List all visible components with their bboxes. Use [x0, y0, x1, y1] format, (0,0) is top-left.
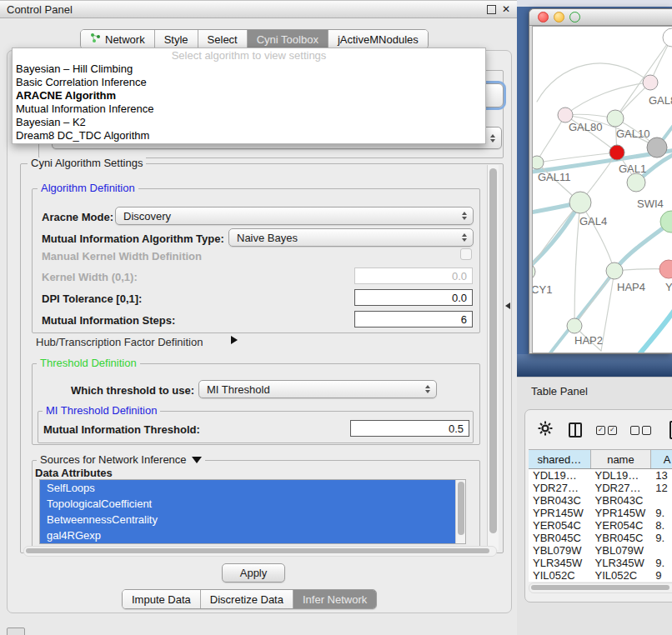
- apply-button[interactable]: Apply: [222, 563, 285, 582]
- network-node-y[interactable]: [659, 260, 672, 278]
- checked-boxes-icon[interactable]: ✓✓: [596, 426, 617, 435]
- tab-select[interactable]: Select: [198, 30, 248, 48]
- data-attributes-list[interactable]: SelfLoopsTopologicalCoefficientBetweenne…: [39, 479, 466, 544]
- table-cell: [651, 494, 672, 507]
- data-attribute-item[interactable]: SelfLoops: [40, 480, 465, 496]
- settings-vertical-scrollbar[interactable]: [487, 165, 499, 550]
- sources-title: Sources for Network Inference: [40, 454, 187, 466]
- table-row[interactable]: YBR045CYBR045C9.: [529, 532, 672, 544]
- table-row[interactable]: YIL052CYIL052C9: [529, 569, 672, 582]
- tab-network[interactable]: Network: [81, 30, 155, 48]
- tab-cyni-toolbox[interactable]: Cyni Toolbox: [248, 30, 328, 48]
- column-header[interactable]: A: [651, 450, 672, 468]
- hub-expand-icon[interactable]: [231, 336, 238, 344]
- settings-vertical-scrollbar-thumb[interactable]: [489, 168, 497, 533]
- network-nodes[interactable]: GAL8GAL80GAL10GAL1GAL11SWI4GAL4HAP4YGCY1…: [533, 28, 672, 352]
- float-panel-icon[interactable]: [487, 5, 496, 14]
- tab-style[interactable]: Style: [155, 30, 198, 48]
- window-minimize-icon[interactable]: [554, 12, 564, 22]
- collapsed-panel-icon[interactable]: [7, 628, 25, 635]
- table-row[interactable]: YDR27…YDR27…12: [529, 482, 672, 494]
- table-horizontal-scrollbar-thumb[interactable]: [531, 585, 669, 590]
- table-row[interactable]: YBL079WYBL079W: [529, 544, 672, 557]
- algorithm-dropdown-popup: Select algorithm to view settings Bayesi…: [12, 48, 486, 144]
- network-canvas[interactable]: GAL8GAL80GAL10GAL1GAL11SWI4GAL4HAP4YGCY1…: [532, 26, 672, 353]
- data-attribute-item[interactable]: TopologicalCoefficient: [40, 496, 465, 512]
- settings-horizontal-scrollbar-thumb[interactable]: [26, 548, 489, 553]
- network-node-hap2[interactable]: [567, 318, 582, 333]
- network-view-window[interactable]: GAL8GAL80GAL10GAL1GAL11SWI4GAL4HAP4YGCY1…: [529, 8, 672, 354]
- close-panel-icon[interactable]: ✕: [502, 4, 510, 14]
- table-row[interactable]: YER054CYER054C8.: [529, 519, 672, 532]
- network-node-label: GAL8: [649, 94, 672, 107]
- table-cell: YDR27…: [529, 482, 591, 494]
- aracne-mode-combo[interactable]: Discovery: [115, 207, 474, 225]
- unchecked-boxes-icon[interactable]: [630, 426, 651, 435]
- attributes-scrollbar[interactable]: [455, 480, 465, 543]
- network-node-gal11[interactable]: [533, 156, 544, 169]
- network-node-gal10[interactable]: [607, 110, 624, 127]
- mi-threshold-field[interactable]: 0.5: [350, 420, 469, 437]
- bottom-tab-label: Discretize Data: [210, 593, 283, 606]
- bottom-tab-infer-network[interactable]: Infer Network: [293, 590, 376, 608]
- table-cell: YDL19…: [529, 469, 591, 482]
- table-panel-box: ✓✓ shared…nameA YDL19…YDL19…13YDR27…YDR2…: [524, 409, 672, 602]
- network-node-label: GAL11: [538, 171, 571, 183]
- window-close-icon[interactable]: [538, 12, 549, 22]
- settings-horizontal-scrollbar[interactable]: [23, 546, 497, 557]
- columns-icon[interactable]: [569, 422, 582, 438]
- data-attributes-label: Data Attributes: [35, 467, 113, 479]
- network-window-titlebar[interactable]: [529, 9, 672, 26]
- bottom-tab-impute-data[interactable]: Impute Data: [123, 590, 201, 608]
- network-node[interactable]: [647, 138, 667, 158]
- cyni-algorithm-settings-title: Cyni Algorithm Settings: [28, 158, 146, 169]
- network-node-label: Y: [665, 281, 672, 293]
- algorithm-option[interactable]: Basic Correlation Inference: [13, 76, 485, 89]
- algorithm-option[interactable]: Mutual Information Inference: [13, 102, 485, 116]
- network-node-swi4[interactable]: [627, 173, 645, 192]
- bottom-tab-discretize-data[interactable]: Discretize Data: [201, 590, 293, 608]
- data-attribute-item[interactable]: BetweennessCentrality: [40, 512, 465, 528]
- mi-steps-field[interactable]: 6: [354, 311, 473, 328]
- dpi-tolerance-field[interactable]: 0.0: [354, 289, 473, 306]
- data-attribute-item[interactable]: gal4RGexp: [40, 528, 465, 543]
- column-header[interactable]: name: [591, 450, 652, 468]
- table-cell: 9.: [651, 557, 672, 569]
- table-horizontal-scrollbar[interactable]: [529, 582, 672, 593]
- mi-threshold-title: MI Threshold Definition: [43, 405, 160, 417]
- mi-type-combo[interactable]: Naive Bayes: [228, 228, 474, 247]
- kernel-width-field[interactable]: 0.0: [354, 268, 473, 284]
- attributes-scrollbar-thumb[interactable]: [458, 482, 464, 535]
- network-node-gal1[interactable]: [609, 145, 624, 160]
- network-node-gal8[interactable]: [643, 75, 658, 90]
- table-row[interactable]: YLR345WYLR345W9.: [529, 557, 672, 569]
- tab-label: Network: [105, 33, 145, 46]
- network-node-hap4[interactable]: [606, 262, 623, 279]
- combo-arrows-icon: [462, 233, 473, 242]
- table-cell: 9.: [651, 532, 672, 544]
- manual-kernel-checkbox[interactable]: [460, 248, 472, 260]
- sources-collapse-icon[interactable]: [192, 457, 202, 463]
- window-zoom-icon[interactable]: [569, 12, 580, 22]
- table-header-row: shared…nameA: [529, 449, 672, 469]
- which-threshold-combo[interactable]: MI Threshold: [198, 380, 437, 398]
- algorithm-option[interactable]: Dream8 DC_TDC Algorithm: [13, 129, 485, 142]
- table-row[interactable]: YBR043CYBR043C: [529, 494, 672, 507]
- table-cell: YDR27…: [591, 482, 652, 494]
- table-cell: YBL079W: [529, 544, 591, 557]
- network-node-gcy1[interactable]: [533, 263, 535, 280]
- tab-jactivemnodules[interactable]: jActiveMNodules: [328, 30, 428, 48]
- table-row[interactable]: YDL19…YDL19…13: [529, 469, 672, 482]
- network-node[interactable]: [663, 28, 672, 47]
- algorithm-option[interactable]: Bayesian – Hill Climbing: [13, 62, 485, 76]
- gear-icon[interactable]: [538, 421, 553, 439]
- control-panel-title: Control Panel: [7, 3, 73, 16]
- algorithm-option[interactable]: ARACNE Algorithm: [13, 89, 485, 102]
- network-node-gal4[interactable]: [569, 192, 591, 213]
- table-row[interactable]: YPR145WYPR145W9.: [529, 507, 672, 519]
- combo-arrows-icon: [490, 134, 501, 142]
- column-header[interactable]: shared…: [529, 450, 591, 468]
- algorithm-option[interactable]: Bayesian – K2: [13, 116, 485, 129]
- bottom-tab-label: Impute Data: [132, 593, 191, 606]
- table-cell: YPR145W: [529, 507, 591, 519]
